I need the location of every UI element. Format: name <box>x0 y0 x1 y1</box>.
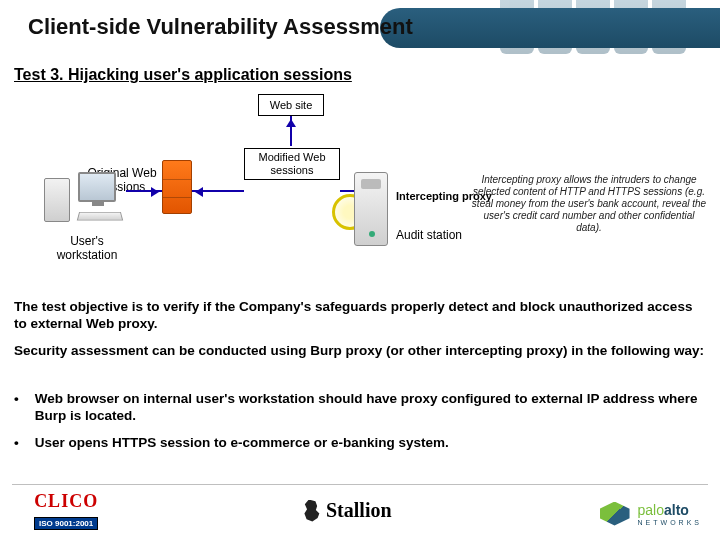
slide-subtitle: Test 3. Hijacking user's application ses… <box>14 66 352 84</box>
bullet-1: • Web browser on internal user's worksta… <box>14 390 708 424</box>
diagram: Web site Modified Web sessions Original … <box>14 94 708 286</box>
horse-icon <box>300 500 322 522</box>
iso-badge: ISO 9001:2001 <box>34 517 98 530</box>
firewall-icon <box>162 160 192 214</box>
clico-logo: CLICO ISO 9001:2001 <box>34 491 98 530</box>
slide-title: Client-side Vulnerability Assessment <box>28 14 413 40</box>
paragraph-method: Security assessment can be conducted usi… <box>14 342 708 359</box>
modified-sessions-box: Modified Web sessions <box>244 148 340 180</box>
clico-wordmark: CLICO <box>34 491 98 512</box>
bullet-marker: • <box>14 434 19 451</box>
stallion-wordmark: Stallion <box>326 499 392 522</box>
paragraph-objective: The test objective is to verify if the C… <box>14 298 708 332</box>
arrow-up-icon <box>290 116 292 146</box>
workstation-label: User's workstation <box>42 234 132 262</box>
stallion-logo: Stallion <box>300 499 392 522</box>
server-icon <box>354 172 388 246</box>
bullet-2: • User opens HTTPS session to e-commerce… <box>14 434 708 451</box>
connector-line <box>340 190 354 192</box>
footer-divider <box>12 484 708 485</box>
footer: CLICO ISO 9001:2001 Stallion paloalto NE… <box>0 484 720 540</box>
bullet-2-text: User opens HTTPS session to e-commerce o… <box>35 434 449 451</box>
bullet-marker: • <box>14 390 19 424</box>
header-band <box>380 8 720 48</box>
audit-label: Audit station <box>396 228 462 242</box>
website-box: Web site <box>258 94 324 116</box>
paloalto-logo: paloalto NETWORKS <box>600 501 702 526</box>
paloalto-mark-icon <box>600 502 630 526</box>
arrow-left-icon <box>192 190 244 192</box>
workstation-icon <box>44 172 124 230</box>
paloalto-wordmark: paloalto NETWORKS <box>638 501 702 526</box>
bullet-1-text: Web browser on internal user's workstati… <box>35 390 708 424</box>
diagram-caption: Intercepting proxy allows the intruders … <box>470 174 708 234</box>
arrow-right-icon <box>126 190 162 192</box>
